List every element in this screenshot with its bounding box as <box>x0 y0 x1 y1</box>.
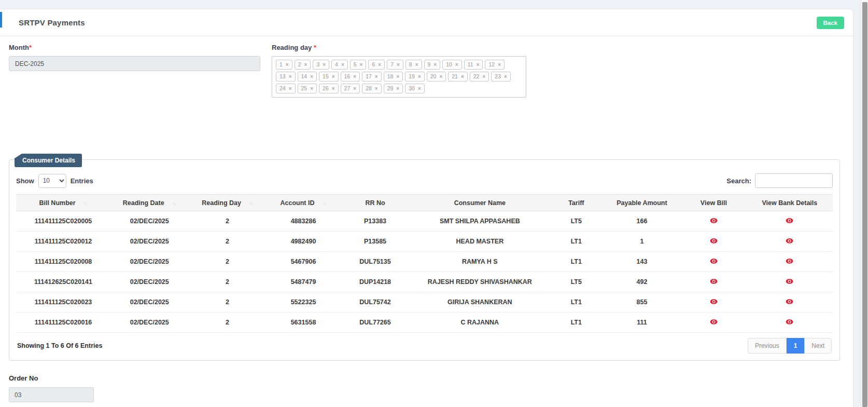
cell-reading-date: 02/DEC/2025 <box>110 232 188 252</box>
reading-day-tag-value: 13 <box>279 73 286 80</box>
cell-tariff: LT1 <box>550 252 603 272</box>
remove-day-icon[interactable]: × <box>504 73 507 80</box>
consumer-details-badge: Consumer Details <box>15 154 82 167</box>
page-size-select[interactable]: 10 <box>38 174 66 188</box>
reading-day-tag-value: 18 <box>387 73 394 80</box>
remove-day-icon[interactable]: × <box>375 85 378 92</box>
reading-day-tag: 21× <box>448 72 468 82</box>
remove-day-icon[interactable]: × <box>498 61 501 68</box>
cell-tariff: LT1 <box>550 313 603 333</box>
reading-day-tag: 15× <box>319 72 339 82</box>
view-bank-details-eye-icon[interactable] <box>786 278 793 284</box>
remove-day-icon[interactable]: × <box>477 61 480 68</box>
sort-icon[interactable]: ↑↓ <box>323 201 327 206</box>
remove-day-icon[interactable]: × <box>310 85 313 92</box>
reading-day-tag: 17× <box>362 72 382 82</box>
remove-day-icon[interactable]: × <box>332 85 335 92</box>
remove-day-icon[interactable]: × <box>310 73 313 80</box>
reading-day-tag: 22× <box>470 72 489 82</box>
cell-view-bank-details <box>747 211 833 232</box>
view-bill-eye-icon[interactable] <box>710 299 718 305</box>
cell-reading-day: 2 <box>188 313 266 333</box>
view-bill-eye-icon[interactable] <box>710 278 718 284</box>
reading-day-tag: 18× <box>384 72 403 82</box>
scrollbar-thumb[interactable] <box>862 2 867 407</box>
reading-day-tag-value: 24 <box>279 85 286 92</box>
remove-day-icon[interactable]: × <box>375 73 378 80</box>
cell-rr-no: DUL75135 <box>340 252 410 272</box>
view-bill-eye-icon[interactable] <box>710 258 718 264</box>
remove-day-icon[interactable]: × <box>286 61 289 68</box>
reading-day-tag-value: 30 <box>409 85 415 92</box>
consumer-details-panel: Consumer Details Show 10 Entries Search:… <box>9 159 840 361</box>
remove-day-icon[interactable]: × <box>396 73 399 80</box>
remove-day-icon[interactable]: × <box>353 85 356 92</box>
search-input[interactable] <box>755 173 833 188</box>
remove-day-icon[interactable]: × <box>418 85 421 92</box>
remove-day-icon[interactable]: × <box>353 73 356 80</box>
remove-day-icon[interactable]: × <box>397 61 400 68</box>
table-body: 111411125C02000502/DEC/202524883286P1338… <box>16 211 833 333</box>
remove-day-icon[interactable]: × <box>433 61 437 68</box>
remove-day-icon[interactable]: × <box>482 73 485 80</box>
remove-day-icon[interactable]: × <box>461 73 464 80</box>
view-bank-details-eye-icon[interactable] <box>786 319 793 325</box>
remove-day-icon[interactable]: × <box>415 61 418 68</box>
view-bank-details-eye-icon[interactable] <box>786 299 793 305</box>
reading-day-tag: 25× <box>298 84 317 93</box>
remove-day-icon[interactable]: × <box>378 61 381 68</box>
next-page-button[interactable]: Next <box>804 338 832 354</box>
reading-day-tag-value: 6 <box>372 61 375 68</box>
order-no-input[interactable] <box>9 387 94 402</box>
reading-day-tag-value: 10 <box>446 61 452 68</box>
reading-day-tag-value: 19 <box>409 73 415 80</box>
cell-bill-number: 111411125C020016 <box>16 313 110 333</box>
reading-day-tag: 4× <box>331 60 348 70</box>
sort-icon[interactable]: ↑↓ <box>84 201 88 206</box>
view-bank-details-eye-icon[interactable] <box>786 218 793 224</box>
cell-rr-no: DUP14218 <box>340 272 410 292</box>
view-bank-details-eye-icon[interactable] <box>786 258 793 264</box>
cell-reading-date: 02/DEC/2025 <box>110 292 188 313</box>
sort-icon[interactable]: ↑↓ <box>249 201 253 206</box>
back-button[interactable]: Back <box>817 17 845 29</box>
remove-day-icon[interactable]: × <box>332 73 335 80</box>
view-bill-eye-icon[interactable] <box>710 238 718 244</box>
view-bill-eye-icon[interactable] <box>710 218 718 224</box>
cell-view-bank-details <box>747 252 833 272</box>
cell-account-id: 5467906 <box>267 252 340 272</box>
previous-page-button[interactable]: Previous <box>748 338 787 354</box>
reading-day-tag-value: 28 <box>366 85 372 92</box>
page-1-button[interactable]: 1 <box>787 338 805 354</box>
reading-day-tag: 10× <box>442 60 462 70</box>
table-row: 111411125C02001202/DEC/202524982490P1358… <box>16 232 833 252</box>
cell-tariff: LT1 <box>550 292 603 313</box>
reading-day-tag-value: 11 <box>468 61 473 68</box>
cell-rr-no: DUL75742 <box>340 292 410 313</box>
month-input[interactable] <box>9 56 260 71</box>
remove-day-icon[interactable]: × <box>360 61 363 68</box>
view-bill-eye-icon[interactable] <box>710 319 718 325</box>
required-asterisk: * <box>314 44 316 51</box>
remove-day-icon[interactable]: × <box>289 73 292 80</box>
vertical-scrollbar[interactable] <box>861 0 868 407</box>
sort-icon[interactable]: ↑↓ <box>173 201 176 206</box>
cell-consumer-name: GIRIJA SHANKERAN <box>410 292 550 313</box>
reading-day-tag: 20× <box>427 72 446 82</box>
remove-day-icon[interactable]: × <box>304 61 307 68</box>
remove-day-icon[interactable]: × <box>418 73 421 80</box>
remove-day-icon[interactable]: × <box>289 85 292 92</box>
cell-bill-number: 111412625C020141 <box>16 272 110 292</box>
remove-day-icon[interactable]: × <box>455 61 458 68</box>
remove-day-icon[interactable]: × <box>341 61 344 68</box>
column-header-bill-number[interactable]: Bill Number↑↓ <box>16 195 110 211</box>
reading-day-tag-value: 15 <box>323 73 329 80</box>
remove-day-icon[interactable]: × <box>323 61 326 68</box>
column-header-account-id[interactable]: Account ID↑↓ <box>267 195 340 211</box>
remove-day-icon[interactable]: × <box>439 73 442 80</box>
column-header-reading-date[interactable]: Reading Date↑↓ <box>110 195 188 211</box>
column-header-reading-day[interactable]: Reading Day↑↓ <box>188 195 266 211</box>
reading-day-tag: 8× <box>405 60 422 70</box>
remove-day-icon[interactable]: × <box>396 85 399 92</box>
view-bank-details-eye-icon[interactable] <box>786 238 793 244</box>
